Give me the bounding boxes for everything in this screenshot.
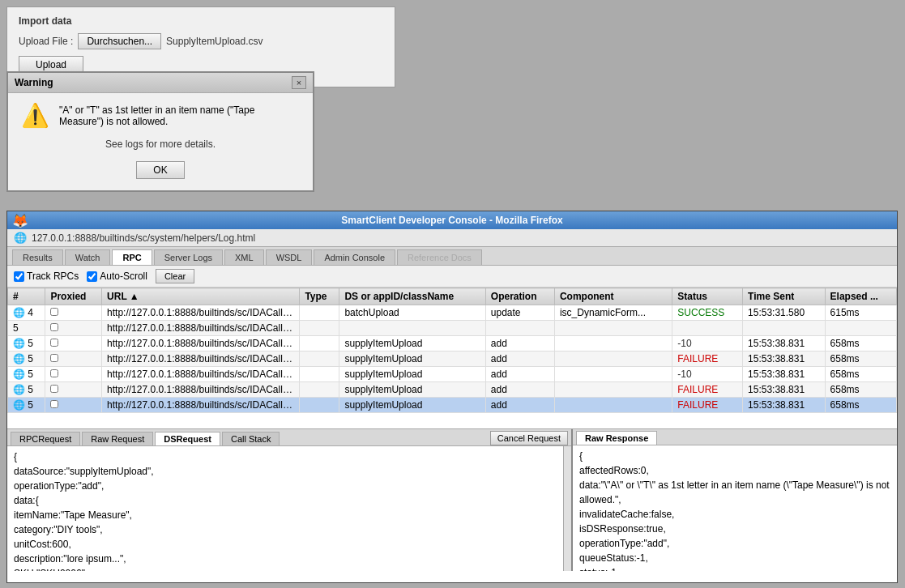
- cancel-request-button[interactable]: Cancel Request: [490, 431, 568, 445]
- cell-url: http://127.0.0.1:8888/builtinds/sc/IDACa…: [102, 305, 300, 321]
- col-component[interactable]: Component: [554, 288, 672, 305]
- panel-tab-raw-request[interactable]: Raw Request: [82, 432, 153, 445]
- col-time[interactable]: Time Sent: [743, 288, 825, 305]
- panel-tab-call-stack[interactable]: Call Stack: [222, 432, 280, 445]
- browse-button[interactable]: Durchsuchen...: [78, 33, 161, 49]
- cell-url: http://127.0.0.1:8888/builtinds/sc/IDACa…: [102, 336, 300, 352]
- cell-operation: add: [485, 336, 554, 352]
- table-row[interactable]: 🌐 4 http://127.0.0.1:8888/builtinds/sc/I…: [8, 305, 897, 321]
- proxied-checkbox[interactable]: [50, 323, 58, 331]
- col-ds[interactable]: DS or appID/className: [339, 288, 485, 305]
- panel-tab-raw-response[interactable]: Raw Response: [576, 431, 657, 445]
- code-line: description:"lore ipsum...",: [14, 552, 565, 566]
- tab-rpc[interactable]: RPC: [112, 249, 152, 265]
- cell-elapsed: 658ms: [825, 336, 896, 352]
- cell-proxied: [45, 305, 102, 321]
- tab-admin-console[interactable]: Admin Console: [314, 249, 395, 265]
- cell-time: 15:53:38.831: [743, 336, 825, 352]
- globe-icon: 🌐: [13, 399, 25, 411]
- tab-xml[interactable]: XML: [224, 249, 264, 265]
- dev-console-title: SmartClient Developer Console - Mozilla …: [341, 215, 562, 226]
- cell-component: [554, 321, 672, 336]
- autoscroll-checkbox-label[interactable]: Auto-Scroll: [87, 271, 147, 282]
- filename-display: SupplyItemUpload.csv: [166, 36, 263, 47]
- cell-url: http://127.0.0.1:8888/builtinds/sc/IDACa…: [102, 398, 300, 413]
- warning-message-line2: Measure") is not allowed.: [59, 116, 254, 127]
- autoscroll-checkbox[interactable]: [87, 271, 97, 282]
- col-proxied[interactable]: Proxied: [45, 288, 102, 305]
- proxied-checkbox[interactable]: [50, 385, 58, 393]
- cell-type: [300, 305, 339, 321]
- cell-component: isc_DynamicForm...: [554, 305, 672, 321]
- globe-icon: 🌐: [13, 307, 25, 318]
- url-icon: 🌐: [14, 232, 27, 244]
- tab-watch[interactable]: Watch: [65, 249, 111, 265]
- table-row[interactable]: 🌐 5 http://127.0.0.1:8888/builtinds/sc/I…: [8, 367, 897, 382]
- cell-proxied: [45, 382, 102, 398]
- col-elapsed[interactable]: Elapsed ...: [825, 288, 896, 305]
- code-line: data:{: [14, 493, 565, 508]
- upload-label: Upload File :: [19, 36, 73, 47]
- cell-time: 15:53:38.831: [743, 382, 825, 398]
- cell-time: [743, 321, 825, 336]
- cell-operation: update: [485, 305, 554, 321]
- left-scrollbar[interactable]: [563, 446, 571, 571]
- panel-tab-rpcrequst[interactable]: RPCRequest: [11, 432, 80, 445]
- proxied-checkbox[interactable]: [50, 369, 58, 377]
- cell-url: http://127.0.0.1:8888/builtinds/sc/IDACa…: [102, 321, 300, 336]
- cell-component: [554, 367, 672, 382]
- proxied-checkbox[interactable]: [50, 308, 58, 316]
- code-line: isDSResponse:true,: [579, 522, 890, 536]
- col-operation[interactable]: Operation: [485, 288, 554, 305]
- bottom-panel: RPCRequest Raw Request DSRequest Call St…: [7, 429, 897, 571]
- col-status[interactable]: Status: [672, 288, 743, 305]
- panel-tab-dsrequest[interactable]: DSRequest: [155, 432, 220, 445]
- warning-message: "A" or "T" as 1st letter in an item name…: [59, 104, 254, 127]
- cell-elapsed: 615ms: [825, 305, 896, 321]
- warning-body: ⚠️ "A" or "T" as 1st letter in an item n…: [8, 93, 313, 138]
- col-url[interactable]: URL ▲: [102, 288, 300, 305]
- right-content-lines: { affectedRows:0, data:"\"A\" or \"T\" a…: [579, 449, 890, 571]
- left-panel: RPCRequest Raw Request DSRequest Call St…: [7, 429, 573, 571]
- warning-ok-row: OK: [8, 156, 313, 190]
- warning-icon: ⚠️: [21, 104, 49, 127]
- col-type[interactable]: Type: [300, 288, 339, 305]
- proxied-checkbox[interactable]: [50, 400, 58, 408]
- code-line: data:"\"A\" or \"T\" as 1st letter in an…: [579, 478, 890, 507]
- table-row[interactable]: 🌐 5 http://127.0.0.1:8888/builtinds/sc/I…: [8, 382, 897, 398]
- cell-status: FAILURE: [672, 398, 743, 413]
- warning-ok-button[interactable]: OK: [136, 161, 184, 179]
- proxied-checkbox[interactable]: [50, 354, 58, 362]
- table-row[interactable]: 🌐 5 http://127.0.0.1:8888/builtinds/sc/I…: [8, 352, 897, 367]
- warning-close-button[interactable]: ×: [292, 76, 306, 89]
- code-line: dataSource:"supplyItemUpload",: [14, 464, 565, 479]
- tab-reference-docs: Reference Docs: [397, 249, 482, 265]
- cell-time: 15:53:38.831: [743, 398, 825, 413]
- col-num[interactable]: #: [8, 288, 45, 305]
- proxied-checkbox[interactable]: [50, 339, 58, 347]
- cell-component: [554, 336, 672, 352]
- cell-num: 🌐 5: [8, 336, 45, 352]
- table-row[interactable]: 5 http://127.0.0.1:8888/builtinds/sc/IDA…: [8, 321, 897, 336]
- tab-results[interactable]: Results: [12, 249, 63, 265]
- cell-component: [554, 398, 672, 413]
- cell-component: [554, 382, 672, 398]
- cell-proxied: [45, 352, 102, 367]
- table-row[interactable]: 🌐 5 http://127.0.0.1:8888/builtinds/sc/I…: [8, 336, 897, 352]
- track-rpcs-checkbox-label[interactable]: Track RPCs: [14, 271, 79, 282]
- cell-url: http://127.0.0.1:8888/builtinds/sc/IDACa…: [102, 367, 300, 382]
- cell-num: 🌐 5: [8, 398, 45, 413]
- cell-status: FAILURE: [672, 382, 743, 398]
- code-line: queueStatus:-1,: [579, 551, 890, 565]
- track-rpcs-checkbox[interactable]: [14, 271, 24, 282]
- cell-type: [300, 352, 339, 367]
- table-header-row: # Proxied URL ▲ Type DS or appID/classNa…: [8, 288, 897, 305]
- left-panel-content: { dataSource:"supplyItemUpload", operati…: [7, 446, 571, 571]
- cell-operation: add: [485, 352, 554, 367]
- cell-num: 5: [8, 321, 45, 336]
- clear-button[interactable]: Clear: [156, 269, 194, 283]
- tab-server-logs[interactable]: Server Logs: [154, 249, 223, 265]
- tab-wsdl[interactable]: WSDL: [266, 249, 313, 265]
- cell-url: http://127.0.0.1:8888/builtinds/sc/IDACa…: [102, 352, 300, 367]
- table-row[interactable]: 🌐 5 http://127.0.0.1:8888/builtinds/sc/I…: [8, 398, 897, 413]
